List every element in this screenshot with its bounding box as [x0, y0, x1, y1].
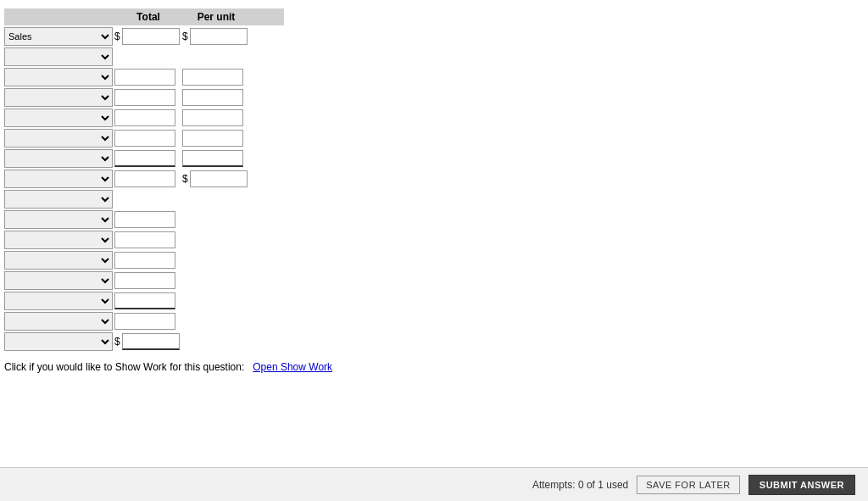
- total-input-1[interactable]: [122, 28, 180, 45]
- row-12-select[interactable]: [4, 251, 113, 270]
- select-cell-13[interactable]: [4, 271, 114, 290]
- perunit-input-3[interactable]: [182, 69, 243, 86]
- data-row-11: [4, 231, 284, 249]
- total-input-5[interactable]: [114, 109, 175, 126]
- total-input-6[interactable]: [114, 130, 175, 147]
- perunit-input-7[interactable]: [182, 150, 243, 167]
- row-8-select[interactable]: [4, 170, 113, 188]
- row-11-select[interactable]: [4, 231, 113, 249]
- total-input-10[interactable]: [114, 211, 175, 228]
- select-cell-7[interactable]: [4, 149, 114, 168]
- select-cell-2[interactable]: [4, 47, 114, 66]
- row-16-select[interactable]: [4, 332, 113, 351]
- total-cell-5: [114, 109, 182, 126]
- select-cell-12[interactable]: [4, 251, 114, 270]
- row-13-select[interactable]: [4, 271, 113, 290]
- perunit-input-6[interactable]: [182, 130, 243, 147]
- total-input-4[interactable]: [114, 89, 175, 106]
- perunit-cell-4: [182, 89, 250, 106]
- data-row-9: [4, 190, 284, 209]
- perunit-cell-7: [182, 150, 250, 167]
- perunit-input-8[interactable]: [190, 170, 248, 187]
- select-cell-9[interactable]: [4, 190, 114, 209]
- perunit-cell-5: [182, 109, 250, 126]
- row-6-select[interactable]: [4, 129, 113, 148]
- total-input-8[interactable]: [114, 170, 175, 187]
- row-14-select[interactable]: [4, 292, 113, 310]
- select-cell-14[interactable]: [4, 292, 114, 310]
- select-cell-10[interactable]: [4, 210, 114, 229]
- save-for-later-button[interactable]: SAVE FOR LATER: [637, 476, 740, 494]
- total-cell-11: [114, 231, 182, 248]
- data-row-2: [4, 47, 284, 66]
- attempts-text: Attempts: 0 of 1 used: [532, 479, 628, 491]
- data-row-16: $: [4, 332, 284, 351]
- data-row-12: [4, 251, 284, 270]
- col-perunit-header: Per unit: [182, 11, 250, 23]
- perunit-input-1[interactable]: [190, 28, 248, 45]
- total-input-13[interactable]: [114, 272, 175, 289]
- total-cell-16: $: [114, 333, 182, 350]
- row-5-select[interactable]: [4, 109, 113, 127]
- row-10-select[interactable]: [4, 210, 113, 229]
- perunit-input-4[interactable]: [182, 89, 243, 106]
- total-cell-10: [114, 211, 182, 228]
- total-cell-8: [114, 170, 182, 187]
- col-total-header: Total: [114, 11, 182, 23]
- total-input-7[interactable]: [114, 150, 175, 167]
- dollar-sign-perunit-1: $: [182, 31, 188, 42]
- total-cell-12: [114, 252, 182, 269]
- row-7-select[interactable]: [4, 149, 113, 168]
- data-row-7: [4, 149, 284, 168]
- select-cell-16[interactable]: [4, 332, 114, 351]
- row-1-select[interactable]: Sales: [4, 27, 113, 46]
- total-cell-13: [114, 272, 182, 289]
- dollar-sign-perunit-8: $: [182, 173, 188, 185]
- select-cell-1[interactable]: Sales: [4, 27, 114, 46]
- data-row-6: [4, 129, 284, 148]
- data-row-15: [4, 312, 284, 331]
- header-row: Total Per unit: [4, 8, 284, 25]
- row-3-select[interactable]: [4, 68, 113, 86]
- total-cell-7: [114, 150, 182, 167]
- data-row-3: [4, 68, 284, 86]
- select-cell-11[interactable]: [4, 231, 114, 249]
- perunit-input-5[interactable]: [182, 109, 243, 126]
- total-cell-6: [114, 130, 182, 147]
- total-input-16[interactable]: [122, 333, 180, 350]
- show-work-row: Click if you would like to Show Work for…: [4, 361, 868, 373]
- dollar-sign-total-16: $: [114, 336, 120, 348]
- total-input-3[interactable]: [114, 69, 175, 86]
- total-input-12[interactable]: [114, 252, 175, 269]
- bottom-bar: Attempts: 0 of 1 used SAVE FOR LATER SUB…: [0, 467, 868, 501]
- row-2-select[interactable]: [4, 47, 113, 66]
- data-row-13: [4, 271, 284, 290]
- select-cell-15[interactable]: [4, 312, 114, 331]
- data-row-10: [4, 210, 284, 229]
- total-cell-3: [114, 69, 182, 86]
- row-4-select[interactable]: [4, 88, 113, 107]
- total-cell-4: [114, 89, 182, 106]
- total-input-14[interactable]: [114, 292, 175, 309]
- open-show-work-link[interactable]: Open Show Work: [253, 361, 332, 373]
- select-cell-5[interactable]: [4, 109, 114, 127]
- submit-answer-button[interactable]: SUBMIT ANSWER: [748, 475, 855, 495]
- row-9-select[interactable]: [4, 190, 113, 209]
- perunit-cell-3: [182, 69, 250, 86]
- select-cell-3[interactable]: [4, 68, 114, 86]
- data-row-5: [4, 109, 284, 127]
- select-cell-8[interactable]: [4, 170, 114, 188]
- perunit-cell-8: $: [182, 170, 250, 187]
- dollar-sign-total-1: $: [114, 31, 120, 42]
- perunit-cell-6: [182, 130, 250, 147]
- show-work-label: Click if you would like to Show Work for…: [4, 361, 244, 373]
- table-area: Total Per unit Sales $ $: [4, 8, 284, 351]
- total-cell-15: [114, 313, 182, 330]
- total-input-11[interactable]: [114, 231, 175, 248]
- select-cell-4[interactable]: [4, 88, 114, 107]
- row-15-select[interactable]: [4, 312, 113, 331]
- total-input-15[interactable]: [114, 313, 175, 330]
- select-cell-6[interactable]: [4, 129, 114, 148]
- data-row-4: [4, 88, 284, 107]
- total-cell-14: [114, 292, 182, 309]
